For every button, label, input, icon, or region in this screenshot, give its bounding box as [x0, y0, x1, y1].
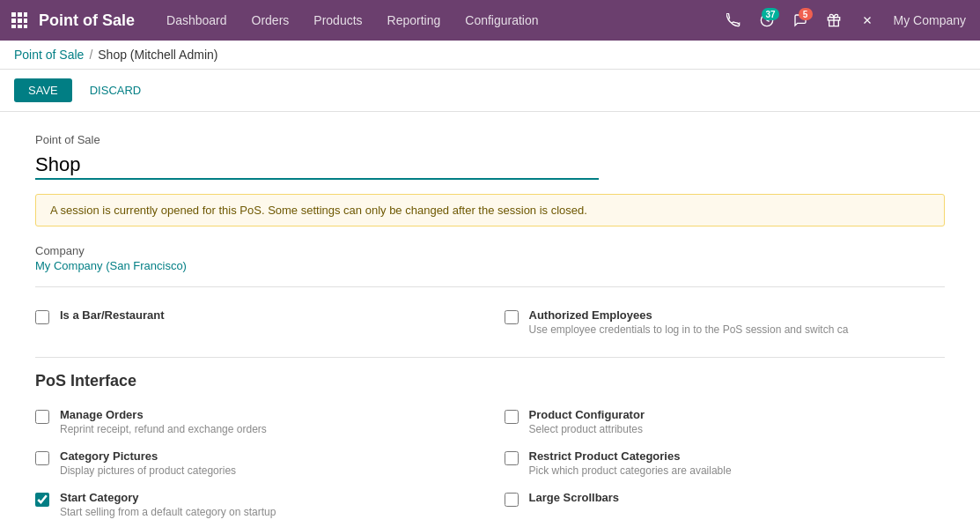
activity-badge: 37 — [762, 8, 778, 20]
restrict-product-categories-label: Restrict Product Categories — [529, 449, 732, 463]
pos-interface-checkboxes: Manage Orders Reprint receipt, refund an… — [35, 401, 945, 525]
authorized-employees-row: Authorized Employees Use employee creden… — [505, 301, 946, 343]
start-category-desc: Start selling from a default category on… — [60, 506, 276, 518]
large-scrollbars-checkbox[interactable] — [505, 493, 519, 507]
svg-rect-4 — [18, 19, 22, 23]
svg-rect-7 — [18, 25, 22, 28]
bar-restaurant-checkbox[interactable] — [35, 310, 49, 324]
authorized-employees-checkbox[interactable] — [505, 310, 519, 324]
manage-orders-checkbox[interactable] — [35, 410, 49, 424]
company-label: Company — [35, 244, 945, 257]
breadcrumb-parent[interactable]: Point of Sale — [14, 48, 84, 62]
start-category-row: Start Category Start selling from a defa… — [35, 484, 476, 525]
svg-rect-8 — [24, 25, 27, 28]
pos-name-input[interactable] — [35, 152, 599, 180]
gift-icon-btn[interactable] — [820, 6, 848, 34]
restrict-product-categories-row: Restrict Product Categories Pick which p… — [505, 442, 946, 484]
restrict-product-categories-desc: Pick which product categories are availa… — [529, 464, 732, 477]
form-card: Point of Sale A session is currently ope… — [0, 112, 980, 527]
nav-dashboard[interactable]: Dashboard — [156, 8, 238, 33]
divider-1 — [35, 286, 945, 287]
svg-rect-6 — [11, 25, 16, 28]
bar-restaurant-label: Is a Bar/Restaurant — [60, 308, 165, 322]
category-pictures-label: Category Pictures — [60, 449, 236, 463]
nav-products[interactable]: Products — [303, 8, 372, 33]
product-configurator-desc: Select product attributes — [529, 423, 645, 435]
nav-reporting[interactable]: Reporting — [377, 8, 452, 33]
svg-rect-2 — [24, 12, 27, 17]
chat-badge: 5 — [799, 8, 813, 20]
discard-button[interactable]: DISCARD — [79, 78, 152, 102]
svg-rect-1 — [18, 12, 22, 17]
chat-icon-btn[interactable]: 5 — [786, 6, 814, 34]
navbar-company[interactable]: My Company — [887, 10, 973, 31]
form-section-label: Point of Sale — [35, 133, 945, 146]
breadcrumb-separator: / — [89, 48, 92, 62]
content-wrapper: Point of Sale A session is currently ope… — [0, 112, 980, 527]
product-configurator-checkbox[interactable] — [505, 410, 519, 424]
navbar-title: Point of Sale — [39, 11, 135, 30]
svg-rect-5 — [24, 19, 27, 23]
start-category-checkbox[interactable] — [35, 493, 49, 507]
save-button[interactable]: SAVE — [14, 78, 72, 102]
large-scrollbars-row: Large Scrollbars — [505, 484, 946, 514]
phone-icon-btn[interactable] — [719, 6, 748, 34]
session-alert: A session is currently opened for this P… — [35, 194, 945, 226]
breadcrumb-current: Shop (Mitchell Admin) — [98, 48, 217, 62]
top-checkboxes: Is a Bar/Restaurant Authorized Employees… — [35, 301, 945, 343]
bar-restaurant-row: Is a Bar/Restaurant — [35, 301, 476, 343]
navbar-menu: Dashboard Orders Products Reporting Conf… — [156, 8, 719, 33]
authorized-employees-desc: Use employee credentials to log in to th… — [529, 323, 849, 336]
nav-orders[interactable]: Orders — [241, 8, 300, 33]
navbar-actions: 37 5 My Company — [719, 6, 973, 34]
restrict-product-categories-checkbox[interactable] — [505, 451, 519, 465]
category-pictures-row: Category Pictures Display pictures of pr… — [35, 442, 476, 484]
start-category-label: Start Category — [60, 491, 276, 504]
navbar: Point of Sale Dashboard Orders Products … — [0, 0, 980, 41]
category-pictures-desc: Display pictures of product categories — [60, 464, 236, 477]
pos-interface-heading: PoS Interface — [35, 372, 945, 390]
company-field-group: Company My Company (San Francisco) — [35, 244, 945, 272]
product-configurator-label: Product Configurator — [529, 408, 645, 421]
pos-interface-right-col: Product Configurator Select product attr… — [505, 401, 946, 525]
product-configurator-row: Product Configurator Select product attr… — [505, 401, 946, 442]
breadcrumb-bar: Point of Sale / Shop (Mitchell Admin) — [0, 41, 980, 70]
pos-interface-left-col: Manage Orders Reprint receipt, refund an… — [35, 401, 476, 525]
large-scrollbars-label: Large Scrollbars — [529, 491, 620, 504]
divider-2 — [35, 357, 945, 358]
authorized-employees-label: Authorized Employees — [529, 308, 849, 322]
category-pictures-checkbox[interactable] — [35, 451, 49, 465]
manage-orders-label: Manage Orders — [60, 408, 267, 421]
nav-configuration[interactable]: Configuration — [454, 8, 549, 33]
manage-orders-row: Manage Orders Reprint receipt, refund an… — [35, 401, 476, 442]
company-value[interactable]: My Company (San Francisco) — [35, 259, 945, 272]
app-grid-icon[interactable] — [7, 8, 32, 33]
manage-orders-desc: Reprint receipt, refund and exchange ord… — [60, 423, 267, 435]
close-icon-btn[interactable] — [853, 6, 881, 34]
svg-rect-0 — [11, 12, 16, 17]
action-bar: SAVE DISCARD — [0, 70, 980, 112]
activity-icon-btn[interactable]: 37 — [753, 6, 781, 34]
svg-rect-3 — [11, 19, 16, 23]
